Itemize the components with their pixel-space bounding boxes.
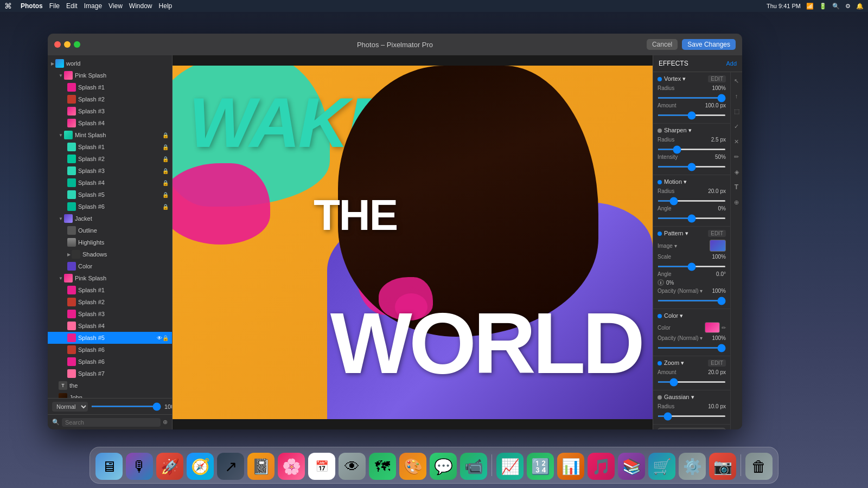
tool-arrow[interactable]: ↖ (731, 75, 742, 86)
effect-enabled-dot[interactable] (658, 180, 662, 184)
opacity-slider[interactable] (658, 347, 726, 349)
dock-facetime[interactable]: 📹 (460, 453, 487, 480)
menu-file[interactable]: File (49, 2, 60, 10)
layer-highlights[interactable]: Highlights (48, 236, 172, 248)
blend-mode-select[interactable]: Normal Multiply Screen (52, 402, 88, 412)
tool-zoom[interactable]: ⊕ (731, 197, 742, 208)
effect-enabled-dot[interactable] (658, 361, 662, 365)
dock-finder[interactable]: 🖥 (95, 453, 123, 480)
notification-icon[interactable]: 🔔 (856, 3, 864, 10)
dock-notefile[interactable]: 📓 (247, 453, 275, 480)
dock-photos[interactable]: 🌸 (278, 453, 305, 480)
apple-menu[interactable]: ⌘ (4, 2, 12, 10)
opacity-slider[interactable] (658, 300, 726, 301)
lock-icon[interactable]: 🔒 (162, 335, 169, 341)
scale-slider[interactable] (658, 266, 726, 267)
save-button[interactable]: Save Changes (682, 39, 736, 50)
menu-image[interactable]: Image (84, 2, 102, 10)
dock-pixelmator[interactable]: 🎨 (399, 453, 426, 480)
dock-photoslideshow[interactable]: 📷 (709, 453, 736, 480)
radius-slider[interactable] (658, 149, 726, 150)
menu-photos[interactable]: Photos (21, 2, 43, 10)
layer-mint-1[interactable]: Splash #1 🔒 (48, 141, 172, 153)
close-button[interactable] (54, 41, 61, 48)
filter-icon[interactable]: ⊕ (163, 419, 168, 426)
dock-safari[interactable]: 🧭 (187, 453, 214, 480)
dock-numbers[interactable]: 🔢 (527, 453, 554, 480)
group-mint-splash[interactable]: ▼ Mint Splash 🔒 (48, 129, 172, 141)
root-layer-item[interactable]: ▶ world (48, 57, 172, 69)
layer-pink2-7[interactable]: Splash #7 (48, 368, 172, 380)
radius-slider[interactable] (658, 415, 726, 417)
visibility-icon[interactable]: 👁 (157, 335, 162, 341)
layer-mint-2[interactable]: Splash #2 🔒 (48, 153, 172, 165)
effect-enabled-dot[interactable] (658, 129, 662, 133)
dock-trash[interactable]: 🗑 (745, 453, 773, 480)
menu-window[interactable]: Window (129, 2, 152, 10)
tool-cursor[interactable]: ↑ (731, 91, 742, 101)
tool-pen[interactable]: ✏ (731, 151, 742, 162)
effect-enabled-dot[interactable] (658, 77, 662, 81)
layer-pink2-3[interactable]: Splash #3 (48, 308, 172, 320)
menu-view[interactable]: View (108, 2, 123, 10)
radius-slider[interactable] (658, 200, 726, 202)
add-effect-button[interactable]: Add (726, 60, 737, 67)
dock-appstore[interactable]: 🛒 (648, 453, 675, 480)
layer-shadows[interactable]: ▶ Shadows (48, 248, 172, 260)
effect-edit-button[interactable]: EDIT (708, 75, 726, 82)
effect-enabled-dot[interactable] (658, 314, 662, 318)
group-pink-splash-1[interactable]: ▼ Pink Splash (48, 69, 172, 81)
angle-slider[interactable] (658, 217, 726, 219)
layer-mint-5[interactable]: Splash #5 🔒 (48, 189, 172, 201)
radius-slider[interactable] (658, 97, 726, 99)
layer-color[interactable]: Color (48, 260, 172, 272)
dock-messages[interactable]: 💬 (430, 453, 457, 480)
layer-pink2-4[interactable]: Splash #4 (48, 320, 172, 332)
effect-enabled-dot[interactable] (658, 395, 662, 400)
opacity-slider[interactable] (91, 406, 161, 407)
layer-splash-1-4[interactable]: Splash #4 (48, 117, 172, 129)
angle-dial[interactable] (658, 279, 664, 286)
control-center-icon[interactable]: ⚙ (845, 3, 851, 10)
layer-splash-1-1[interactable]: Splash #1 (48, 81, 172, 93)
effect-enabled-dot[interactable] (658, 232, 662, 236)
dock-music[interactable]: 🎵 (588, 453, 615, 480)
color-edit-icon[interactable]: ✏ (722, 325, 726, 331)
layer-pink2-1[interactable]: Splash #1 (48, 284, 172, 296)
dock-books[interactable]: 📚 (618, 453, 645, 480)
search-icon[interactable]: 🔍 (832, 3, 840, 10)
layer-john[interactable]: John (48, 391, 172, 398)
dock-launchpad[interactable]: 🚀 (156, 453, 183, 480)
dock-siri[interactable]: 🎙 (126, 453, 153, 480)
dock-migration[interactable]: ↗ (217, 453, 244, 480)
group-jacket[interactable]: ▼ Jacket (48, 213, 172, 224)
dock-keynote[interactable]: 📊 (557, 453, 584, 480)
dock-stocks[interactable]: 📈 (496, 453, 524, 480)
layer-text-the[interactable]: T the (48, 380, 172, 391)
effect-edit-button[interactable]: EDIT (708, 230, 726, 237)
layer-pink2-6a[interactable]: Splash #6 (48, 344, 172, 356)
tool-check[interactable]: ✓ (731, 121, 742, 132)
effect-edit-button[interactable]: EDIT (708, 359, 726, 367)
minimize-button[interactable] (64, 41, 71, 48)
search-input[interactable] (62, 418, 161, 427)
pattern-image-swatch[interactable] (710, 240, 726, 252)
layer-mint-3[interactable]: Splash #3 🔒 (48, 165, 172, 177)
layer-pink2-2[interactable]: Splash #2 (48, 296, 172, 308)
intensity-slider[interactable] (658, 166, 726, 168)
color-swatch[interactable] (705, 322, 720, 333)
layer-splash-1-2[interactable]: Splash #2 (48, 93, 172, 105)
tool-x[interactable]: ✕ (731, 136, 742, 147)
layer-mint-4[interactable]: Splash #4 🔒 (48, 177, 172, 189)
layer-pink2-6b[interactable]: Splash #6 (48, 356, 172, 368)
dock-maps[interactable]: 🗺 (369, 453, 396, 480)
layer-outline[interactable]: Outline (48, 224, 172, 236)
group-pink-splash-2[interactable]: ▼ Pink Splash (48, 272, 172, 284)
dock-calendar[interactable]: 📅 (308, 453, 335, 480)
cancel-button[interactable]: Cancel (647, 39, 678, 50)
layer-mint-6[interactable]: Splash #6 🔒 (48, 201, 172, 213)
fullscreen-button[interactable] (74, 41, 80, 48)
tool-select[interactable]: ⬚ (731, 106, 742, 117)
amount-slider[interactable] (658, 381, 726, 383)
layer-splash-1-3[interactable]: Splash #3 (48, 105, 172, 117)
